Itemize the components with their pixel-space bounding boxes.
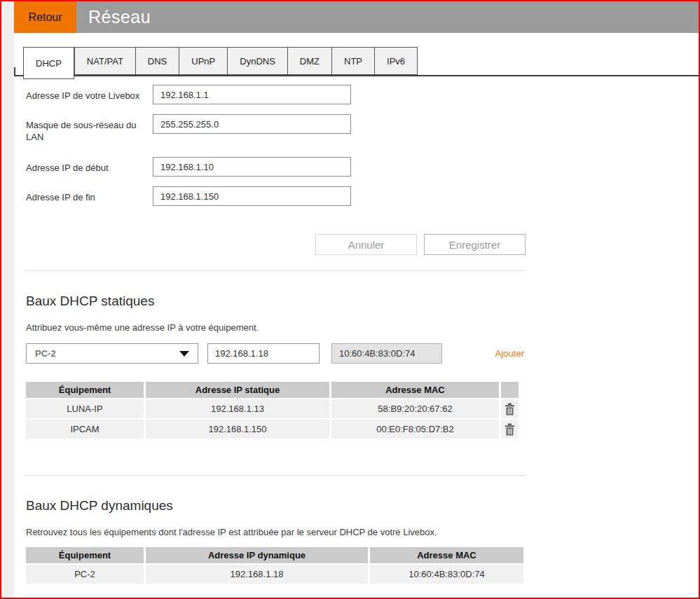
tab-ipv6[interactable]: IPv6 [374, 47, 418, 75]
table-header-cell: Équipement [26, 547, 144, 563]
tab-dmz[interactable]: DMZ [287, 47, 331, 75]
tab-strip: DHCPNAT/PATDNSUPnPDynDNSDMZNTPIPv6 [14, 47, 699, 79]
ip-cell: 192.168.1.18 [146, 565, 368, 584]
end-ip-input[interactable] [153, 186, 351, 206]
field-label: Masque de sous-réseau du LAN [26, 114, 153, 143]
tab-dyndns[interactable]: DynDNS [227, 47, 287, 75]
page-title: Réseau [88, 1, 151, 33]
dynamic-leases-title: Baux DHCP dynamiques [26, 498, 699, 514]
device-cell: PC-2 [26, 565, 144, 584]
form-actions: Annuler Enregistrer [26, 234, 526, 255]
trash-icon [505, 403, 515, 415]
delete-lease-button[interactable] [501, 420, 519, 439]
field-end-ip: Adresse IP de fin [26, 186, 699, 206]
start-ip-input[interactable] [153, 157, 351, 177]
tab-bar: DHCPNAT/PATDNSUPnPDynDNSDMZNTPIPv6 [23, 47, 418, 79]
table-header-cell: Adresse MAC [370, 547, 523, 563]
back-button[interactable]: Retour [14, 1, 76, 33]
livebox-ip-input[interactable] [153, 85, 351, 104]
router-admin-page: Retour Réseau DHCPNAT/PATDNSUPnPDynDNSDM… [0, 0, 700, 599]
delete-lease-button[interactable] [501, 399, 519, 418]
mac-address-readonly-field: 10:60:4B:83:0D:74 [331, 343, 442, 364]
table-header-cell: Équipement [26, 382, 144, 398]
section-divider [26, 475, 526, 476]
tab-dns[interactable]: DNS [135, 47, 179, 75]
table-header-cell: Adresse IP dynamique [146, 547, 368, 563]
table-header-cell: Adresse IP statique [146, 382, 329, 398]
mac-cell: 10:60:4B:83:0D:74 [370, 565, 523, 584]
left-margin-strip [1, 1, 14, 598]
device-cell: LUNA-IP [26, 399, 144, 418]
cancel-button[interactable]: Annuler [315, 234, 417, 255]
mac-cell: 00:E0:F8:05:D7:B2 [331, 420, 499, 439]
static-leases-description: Attribuez vous-même une adresse IP à vot… [26, 322, 699, 333]
tab-ntp[interactable]: NTP [331, 47, 374, 75]
dynamic-leases-description: Retrouvez tous les équipements dont l'ad… [26, 527, 699, 538]
tab-upnp[interactable]: UPnP [179, 47, 227, 75]
table-header-cell-actions [501, 382, 519, 398]
trash-icon [505, 423, 515, 436]
add-link[interactable]: Ajouter [495, 348, 524, 359]
tab-dhcp[interactable]: DHCP [23, 47, 74, 79]
save-button[interactable]: Enregistrer [424, 234, 526, 255]
section-divider [26, 270, 526, 271]
ip-cell: 192.168.1.13 [146, 399, 329, 418]
content-area: Retour Réseau DHCPNAT/PATDNSUPnPDynDNSDM… [14, 1, 699, 598]
static-ip-input[interactable] [207, 343, 320, 364]
device-select[interactable]: PC-2 [26, 343, 198, 364]
dynamic-leases-table: ÉquipementAdresse IP dynamiqueAdresse MA… [26, 547, 523, 584]
static-leases-title: Baux DHCP statiques [26, 294, 699, 309]
chevron-down-icon [179, 351, 189, 357]
top-bar: Retour Réseau [14, 1, 699, 33]
device-select-value: PC-2 [35, 348, 56, 359]
tab-baseline-end [14, 67, 15, 76]
device-cell: IPCAM [26, 420, 144, 439]
dhcp-panel: Adresse IP de votre Livebox Masque de so… [14, 85, 699, 584]
subnet-mask-input[interactable] [153, 114, 351, 134]
table-header-cell: Adresse MAC [331, 382, 499, 398]
ip-cell: 192.168.1.150 [146, 420, 329, 439]
field-label: Adresse IP de votre Livebox [26, 85, 153, 104]
field-subnet-mask: Masque de sous-réseau du LAN [26, 114, 699, 143]
field-label: Adresse IP de début [26, 157, 153, 177]
field-livebox-ip: Adresse IP de votre Livebox [26, 85, 699, 104]
tab-nat-pat[interactable]: NAT/PAT [74, 47, 135, 75]
static-leases-table: ÉquipementAdresse IP statiqueAdresse MAC… [26, 382, 519, 439]
field-label: Adresse IP de fin [26, 186, 153, 206]
static-lease-controls: PC-2 10:60:4B:83:0D:74 Ajouter [26, 343, 524, 364]
mac-cell: 58:B9:20:20:67:62 [331, 399, 499, 418]
field-start-ip: Adresse IP de début [26, 157, 699, 177]
